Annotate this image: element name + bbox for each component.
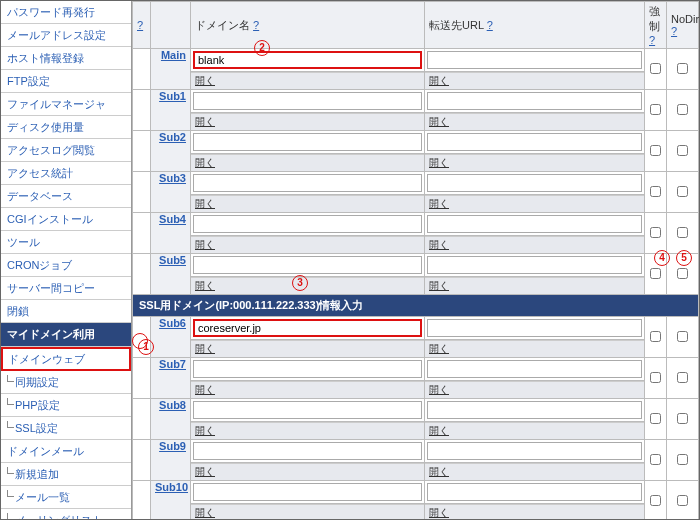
domain-input[interactable] — [193, 442, 422, 460]
kyosei-checkbox[interactable] — [650, 227, 661, 238]
domain-input-main[interactable] — [193, 51, 422, 69]
sidebar-item[interactable]: 閉鎖 — [1, 300, 131, 323]
sidebar-item[interactable]: サーバー間コピー — [1, 277, 131, 300]
row-label-link[interactable]: Sub7 — [159, 358, 186, 370]
sidebar-item[interactable]: ドメインメール — [1, 440, 131, 463]
domain-input[interactable] — [193, 256, 422, 274]
url-input-main[interactable] — [427, 51, 642, 69]
open-link[interactable]: 開く — [429, 116, 449, 127]
kyosei-checkbox[interactable] — [650, 104, 661, 115]
nodir-checkbox[interactable] — [677, 413, 688, 424]
sidebar-item[interactable]: ファイルマネージャ — [1, 93, 131, 116]
domain-input[interactable] — [193, 133, 422, 151]
nodir-checkbox[interactable] — [677, 104, 688, 115]
domain-input[interactable] — [193, 360, 422, 378]
domain-input[interactable] — [193, 483, 422, 501]
open-link[interactable]: 開く — [429, 75, 449, 86]
url-input[interactable] — [427, 401, 642, 419]
kyosei-checkbox[interactable] — [650, 495, 661, 506]
open-link[interactable]: 開く — [429, 466, 449, 477]
domain-input[interactable] — [193, 174, 422, 192]
url-input[interactable] — [427, 360, 642, 378]
sidebar-item-domain-web[interactable]: ドメインウェブ — [1, 347, 131, 371]
open-link[interactable]: 開く — [195, 75, 215, 86]
open-link[interactable]: 開く — [429, 384, 449, 395]
open-link[interactable]: 開く — [429, 239, 449, 250]
open-link[interactable]: 開く — [429, 425, 449, 436]
kyosei-checkbox[interactable] — [650, 454, 661, 465]
nodir-checkbox[interactable] — [677, 454, 688, 465]
row-label-link[interactable]: Sub6 — [159, 317, 186, 329]
row-label-link[interactable]: Main — [161, 49, 186, 61]
nodir-checkbox[interactable] — [677, 63, 688, 74]
domain-input[interactable] — [193, 215, 422, 233]
sidebar-item[interactable]: CGIインストール — [1, 208, 131, 231]
open-link[interactable]: 開く — [195, 280, 215, 291]
kyosei-checkbox[interactable] — [650, 186, 661, 197]
nodir-checkbox[interactable] — [677, 186, 688, 197]
sidebar-item[interactable]: ツール — [1, 231, 131, 254]
nodir-checkbox[interactable] — [677, 372, 688, 383]
row-label-link[interactable]: Sub1 — [159, 90, 186, 102]
open-link[interactable]: 開く — [429, 507, 449, 518]
kyosei-checkbox[interactable] — [650, 145, 661, 156]
sidebar-subitem[interactable]: 新規追加 — [1, 463, 131, 486]
sidebar-subitem[interactable]: 同期設定 — [1, 371, 131, 394]
open-link[interactable]: 開く — [195, 425, 215, 436]
kyosei-checkbox-sub6[interactable] — [650, 331, 661, 342]
row-label-link[interactable]: Sub8 — [159, 399, 186, 411]
sidebar-item[interactable]: アクセスログ閲覧 — [1, 139, 131, 162]
url-input[interactable] — [427, 92, 642, 110]
open-link[interactable]: 開く — [195, 116, 215, 127]
kyosei-checkbox[interactable] — [650, 413, 661, 424]
col-header-kyosei: 強制? — [645, 2, 667, 49]
open-link[interactable]: 開く — [429, 157, 449, 168]
url-input[interactable] — [427, 442, 642, 460]
sidebar-item[interactable]: アクセス統計 — [1, 162, 131, 185]
open-link[interactable]: 開く — [429, 198, 449, 209]
url-input[interactable] — [427, 133, 642, 151]
domain-input-sub6[interactable] — [193, 319, 422, 337]
open-link[interactable]: 開く — [429, 343, 449, 354]
sidebar-subitem[interactable]: SSL設定 — [1, 417, 131, 440]
open-link[interactable]: 開く — [195, 198, 215, 209]
sidebar-item[interactable]: メールアドレス設定 — [1, 24, 131, 47]
sidebar-item[interactable]: データベース — [1, 185, 131, 208]
row-label-link[interactable]: Sub2 — [159, 131, 186, 143]
open-link[interactable]: 開く — [195, 239, 215, 250]
row-label-link[interactable]: Sub10 — [155, 481, 188, 493]
sidebar-subitem[interactable]: メーリングリスト — [1, 509, 131, 520]
url-input[interactable] — [427, 174, 642, 192]
open-link[interactable]: 開く — [195, 507, 215, 518]
row-label-link[interactable]: Sub9 — [159, 440, 186, 452]
url-input[interactable] — [427, 483, 642, 501]
sidebar-item[interactable]: パスワード再発行 — [1, 1, 131, 24]
open-link[interactable]: 開く — [195, 157, 215, 168]
nodir-checkbox[interactable] — [677, 268, 688, 279]
nodir-checkbox[interactable] — [677, 495, 688, 506]
domain-input[interactable] — [193, 401, 422, 419]
kyosei-checkbox[interactable] — [650, 372, 661, 383]
sidebar-subitem[interactable]: PHP設定 — [1, 394, 131, 417]
row-label-link[interactable]: Sub4 — [159, 213, 186, 225]
row-label-link[interactable]: Sub3 — [159, 172, 186, 184]
open-link[interactable]: 開く — [195, 343, 215, 354]
sidebar-item[interactable]: ホスト情報登録 — [1, 47, 131, 70]
sidebar-subitem[interactable]: メール一覧 — [1, 486, 131, 509]
open-link[interactable]: 開く — [195, 466, 215, 477]
sidebar-item[interactable]: CRONジョブ — [1, 254, 131, 277]
row-label-link[interactable]: Sub5 — [159, 254, 186, 266]
domain-input[interactable] — [193, 92, 422, 110]
sidebar-item[interactable]: FTP設定 — [1, 70, 131, 93]
url-input[interactable] — [427, 256, 642, 274]
url-input[interactable] — [427, 215, 642, 233]
nodir-checkbox-sub6[interactable] — [677, 331, 688, 342]
kyosei-checkbox[interactable] — [650, 63, 661, 74]
open-link[interactable]: 開く — [195, 384, 215, 395]
nodir-checkbox[interactable] — [677, 145, 688, 156]
kyosei-checkbox[interactable] — [650, 268, 661, 279]
open-link[interactable]: 開く — [429, 280, 449, 291]
nodir-checkbox[interactable] — [677, 227, 688, 238]
url-input[interactable] — [427, 319, 642, 337]
sidebar-item[interactable]: ディスク使用量 — [1, 116, 131, 139]
